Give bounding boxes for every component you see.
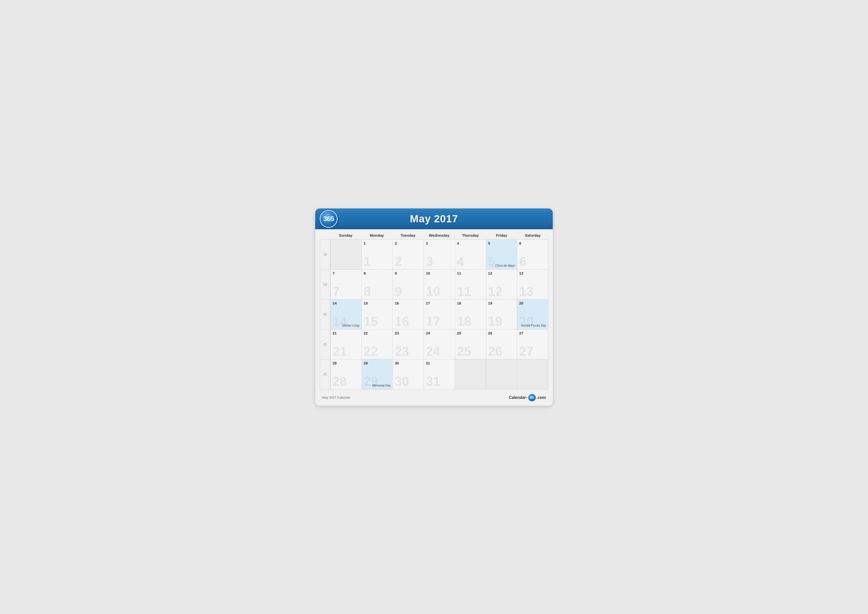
day-number: 22 xyxy=(364,331,391,335)
cal-day-1: 11 xyxy=(362,239,393,269)
week-num-19: 19 xyxy=(320,270,330,299)
cal-day-15: 1515 xyxy=(362,300,393,329)
day-number: 5 xyxy=(488,241,515,246)
day-number: 28 xyxy=(333,361,360,365)
holiday-label: Mother's Day xyxy=(342,324,359,327)
cal-day-21: 2121 xyxy=(330,330,361,359)
cal-day-20: 2020Armed Forces Day xyxy=(517,300,548,329)
cal-day-25: 2525 xyxy=(455,330,486,359)
day-header-sunday: Sunday xyxy=(330,232,361,239)
day-bg-watermark: 25 xyxy=(457,345,471,358)
cal-day-28: 2828 xyxy=(330,359,361,389)
calendar-title: May 2017 xyxy=(410,213,458,225)
day-number: 21 xyxy=(333,331,360,335)
day-header-friday: Friday xyxy=(486,232,517,239)
day-header-wednesday: Wednesday xyxy=(424,232,455,239)
day-number: 23 xyxy=(395,331,422,335)
cal-day-18: 1818 xyxy=(455,300,486,329)
cal-day-10: 1010 xyxy=(424,270,455,299)
day-number: 6 xyxy=(519,241,546,246)
day-number: 2 xyxy=(395,241,422,246)
day-bg-watermark: 10 xyxy=(426,285,440,298)
footer-label: May 2017 Calendar xyxy=(322,396,350,399)
day-bg-watermark: 21 xyxy=(333,345,347,358)
day-bg-watermark: 22 xyxy=(364,345,378,358)
day-number: 16 xyxy=(395,301,422,305)
cal-day-13: 1313 xyxy=(517,270,548,299)
holiday-label: Armed Forces Day xyxy=(521,324,546,327)
day-bg-watermark: 3 xyxy=(426,255,433,268)
day-bg-watermark: 18 xyxy=(457,315,471,328)
day-bg-watermark: 9 xyxy=(395,285,402,298)
cal-day-empty-4-4 xyxy=(455,359,486,389)
day-number: 30 xyxy=(395,361,422,365)
days-header-row: SundayMondayTuesdayWednesdayThursdayFrid… xyxy=(320,232,548,239)
day-header-thursday: Thursday xyxy=(455,232,486,239)
cal-day-19: 1919 xyxy=(486,300,517,329)
cal-day-2: 22 xyxy=(393,239,424,269)
day-number: 11 xyxy=(457,271,484,275)
week-num-18: 18 xyxy=(320,239,330,269)
day-bg-watermark: 5 xyxy=(488,255,495,268)
cal-day-31: 3131 xyxy=(424,359,455,389)
cal-day-4: 44 xyxy=(455,239,486,269)
week-num-21: 21 xyxy=(320,330,330,359)
day-number: 25 xyxy=(457,331,484,335)
cal-day-26: 2626 xyxy=(486,330,517,359)
cal-day-22: 2222 xyxy=(362,330,393,359)
cal-day-8: 88 xyxy=(362,270,393,299)
cal-day-16: 1616 xyxy=(393,300,424,329)
calendar-page: 365 May 2017 SundayMondayTuesdayWednesda… xyxy=(315,208,553,406)
day-bg-watermark: 8 xyxy=(364,285,371,298)
holiday-label: Memorial Day xyxy=(372,384,391,387)
cal-day-12: 1212 xyxy=(486,270,517,299)
calendar-footer: May 2017 Calendar Calendar- 365 .com xyxy=(315,391,553,401)
day-number: 17 xyxy=(426,301,453,305)
day-bg-watermark: 2 xyxy=(395,255,402,268)
cal-day-24: 2424 xyxy=(424,330,455,359)
day-bg-watermark: 28 xyxy=(333,375,347,388)
week-num-22: 22 xyxy=(320,359,330,389)
day-number: 18 xyxy=(457,301,484,305)
day-number: 1 xyxy=(364,241,391,246)
logo-badge: 365 xyxy=(320,210,338,228)
day-number: 24 xyxy=(426,331,453,335)
day-bg-watermark: 24 xyxy=(426,345,440,358)
day-bg-watermark: 16 xyxy=(395,315,409,328)
day-number: 8 xyxy=(364,271,391,275)
day-number: 26 xyxy=(488,331,515,335)
day-bg-watermark: 15 xyxy=(364,315,378,328)
day-number: 15 xyxy=(364,301,391,305)
footer-brand-prefix: Calendar- xyxy=(509,395,527,400)
day-number: 14 xyxy=(333,301,360,305)
cal-day-empty-4-6 xyxy=(517,359,548,389)
cal-day-7: 77 xyxy=(330,270,361,299)
day-header-saturday: Saturday xyxy=(517,232,548,239)
day-bg-watermark: 30 xyxy=(395,375,409,388)
day-number: 12 xyxy=(488,271,515,275)
cal-day-6: 66 xyxy=(517,239,548,269)
day-header-monday: Monday xyxy=(361,232,392,239)
day-bg-watermark: 6 xyxy=(519,255,526,268)
cal-day-3: 33 xyxy=(424,239,455,269)
day-bg-watermark: 17 xyxy=(426,315,440,328)
cal-day-empty-4-5 xyxy=(486,359,517,389)
footer-brand-suffix: .com xyxy=(537,395,546,400)
cal-day-empty-0-0 xyxy=(330,239,361,269)
day-number: 4 xyxy=(457,241,484,246)
day-bg-watermark: 19 xyxy=(488,315,502,328)
day-bg-watermark: 26 xyxy=(488,345,502,358)
day-bg-watermark: 12 xyxy=(488,285,502,298)
week-num-header-spacer xyxy=(320,232,330,239)
day-number: 31 xyxy=(426,361,453,365)
day-number: 3 xyxy=(426,241,453,246)
calendar-header: 365 May 2017 xyxy=(315,208,553,229)
day-bg-watermark: 13 xyxy=(519,285,533,298)
cal-day-29: 2929Memorial Day xyxy=(362,359,393,389)
cal-day-5: 55Cinco de Mayo xyxy=(486,239,517,269)
day-bg-watermark: 1 xyxy=(364,255,371,268)
cal-day-23: 2323 xyxy=(393,330,424,359)
day-number: 20 xyxy=(519,301,546,305)
day-number: 13 xyxy=(519,271,546,275)
day-bg-watermark: 7 xyxy=(333,285,340,298)
